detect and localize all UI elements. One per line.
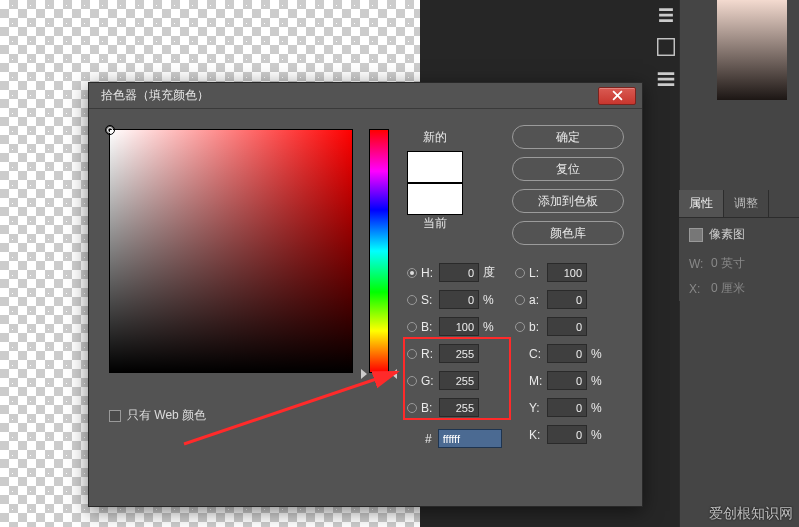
radio-b-lab[interactable] [515, 322, 525, 332]
new-color-label: 新的 [407, 129, 463, 151]
label-a: a: [529, 293, 547, 307]
svg-rect-0 [658, 39, 675, 56]
color-libraries-button[interactable]: 颜色库 [512, 221, 624, 245]
label-h: H: [421, 266, 439, 280]
input-l[interactable] [547, 263, 587, 282]
input-b-rgb[interactable] [439, 398, 479, 417]
layer-type-icon [689, 228, 703, 242]
reset-button[interactable]: 复位 [512, 157, 624, 181]
label-b-rgb: B: [421, 401, 439, 415]
tab-adjustments[interactable]: 调整 [724, 190, 769, 217]
unit-m: % [587, 374, 607, 388]
input-g[interactable] [439, 371, 479, 390]
panel-tabs: 属性 调整 [679, 190, 799, 218]
unit-brightness: % [479, 320, 499, 334]
label-r: R: [421, 347, 439, 361]
close-button[interactable] [598, 87, 636, 105]
unit-h: 度 [479, 264, 499, 281]
input-h[interactable] [439, 263, 479, 282]
ok-button[interactable]: 确定 [512, 125, 624, 149]
layer-type-row: 像素图 [679, 218, 799, 251]
dialog-title: 拾色器（填充颜色） [101, 87, 209, 104]
current-color-swatch [407, 183, 463, 215]
unit-s: % [479, 293, 499, 307]
width-label: W: [689, 257, 711, 271]
x-label: X: [689, 282, 711, 296]
radio-g[interactable] [407, 376, 417, 386]
radio-b-rgb[interactable] [407, 403, 417, 413]
label-k: K: [529, 428, 547, 442]
label-brightness: B: [421, 320, 439, 334]
current-color-label: 当前 [407, 215, 463, 237]
panel-icon-strip [655, 6, 677, 88]
label-c: C: [529, 347, 547, 361]
input-hex[interactable] [438, 429, 502, 448]
label-l: L: [529, 266, 547, 280]
hue-arrow-left-icon [361, 369, 367, 379]
right-panel: 属性 调整 像素图 W: 0 英寸 X: 0 厘米 [679, 0, 799, 527]
width-value: 0 英寸 [711, 255, 745, 272]
panel-icon-3[interactable] [655, 70, 677, 88]
input-k[interactable] [547, 425, 587, 444]
sv-cursor [105, 125, 115, 135]
add-swatch-button[interactable]: 添加到色板 [512, 189, 624, 213]
radio-l[interactable] [515, 268, 525, 278]
web-only-checkbox[interactable] [109, 410, 121, 422]
radio-s[interactable] [407, 295, 417, 305]
input-brightness[interactable] [439, 317, 479, 336]
panel-icon-1[interactable] [655, 6, 677, 24]
label-y: Y: [529, 401, 547, 415]
input-m[interactable] [547, 371, 587, 390]
input-c[interactable] [547, 344, 587, 363]
hex-label: # [425, 432, 432, 446]
radio-brightness[interactable] [407, 322, 417, 332]
radio-a[interactable] [515, 295, 525, 305]
web-only-label: 只有 Web 颜色 [127, 407, 206, 424]
dialog-titlebar[interactable]: 拾色器（填充颜色） [89, 83, 642, 109]
input-s[interactable] [439, 290, 479, 309]
x-row: X: 0 厘米 [679, 276, 799, 301]
label-m: M: [529, 374, 547, 388]
svg-line-1 [184, 372, 397, 444]
layer-type-label: 像素图 [709, 227, 745, 241]
width-row: W: 0 英寸 [679, 251, 799, 276]
color-picker-dialog: 拾色器（填充颜色） 新的 当前 确定 复位 添加到色板 颜色库 [88, 82, 643, 507]
saturation-value-field[interactable] [109, 129, 353, 373]
radio-r[interactable] [407, 349, 417, 359]
radio-h[interactable] [407, 268, 417, 278]
hue-arrow-right-icon [391, 369, 397, 379]
input-a[interactable] [547, 290, 587, 309]
unit-y: % [587, 401, 607, 415]
unit-c: % [587, 347, 607, 361]
panel-icon-2[interactable] [655, 38, 677, 56]
label-b-lab: b: [529, 320, 547, 334]
hue-slider[interactable] [369, 129, 389, 373]
new-color-swatch [407, 151, 463, 183]
label-s: S: [421, 293, 439, 307]
input-y[interactable] [547, 398, 587, 417]
gradient-preview [717, 0, 787, 100]
watermark: 爱创根知识网 [709, 505, 793, 523]
input-r[interactable] [439, 344, 479, 363]
unit-k: % [587, 428, 607, 442]
close-icon [612, 90, 623, 101]
label-g: G: [421, 374, 439, 388]
input-b-lab[interactable] [547, 317, 587, 336]
tab-properties[interactable]: 属性 [679, 190, 724, 217]
x-value: 0 厘米 [711, 280, 745, 297]
